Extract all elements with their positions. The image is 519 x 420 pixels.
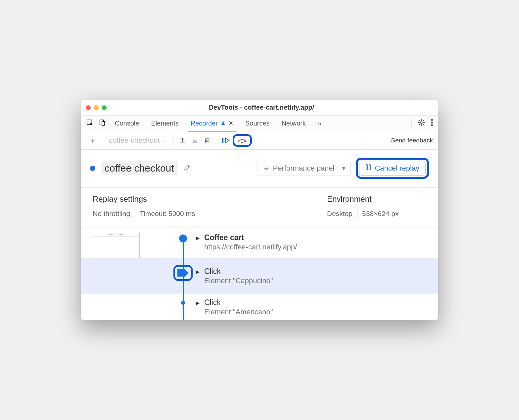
- step-over-highlight: [233, 134, 252, 147]
- window-title: DevTools - coffee-cart.netlify.app/: [107, 104, 433, 111]
- disclosure-triangle-icon[interactable]: ▶: [196, 235, 200, 241]
- export-button[interactable]: [176, 135, 189, 145]
- kebab-menu-icon[interactable]: [431, 119, 433, 128]
- svg-point-7: [431, 125, 433, 126]
- recording-title[interactable]: coffee checkout: [101, 161, 178, 175]
- close-tab-icon[interactable]: ✕: [228, 120, 233, 127]
- gauge-icon: [262, 164, 270, 173]
- minimize-window-button[interactable]: [94, 105, 99, 110]
- step-title: Click: [204, 267, 273, 276]
- tab-network[interactable]: Network: [275, 116, 311, 131]
- tab-console[interactable]: Console: [109, 116, 145, 131]
- chevron-down-icon: ⌵: [164, 138, 166, 143]
- current-step-arrow-icon: [178, 269, 189, 277]
- divider: [411, 119, 412, 128]
- tab-elements[interactable]: Elements: [145, 116, 184, 131]
- current-step-highlight: [173, 265, 193, 281]
- environment-heading: Environment: [327, 194, 426, 204]
- tabbar: Console Elements Recorder ✕ Sources Netw…: [81, 115, 438, 131]
- step-row[interactable]: ▶ Coffee cart https://coffee-cart.netlif…: [81, 228, 438, 258]
- step-title: Click: [204, 298, 273, 307]
- cancel-replay-highlight: Cancel replay: [356, 158, 429, 179]
- recording-status-dot: [90, 166, 95, 171]
- recorder-toolbar: ＋ coffee checkout ⌵ Send feedback: [81, 131, 438, 150]
- devtools-window: DevTools - coffee-cart.netlify.app/ Cons…: [81, 100, 438, 320]
- steps-panel: menucorner Total: $0.00 ▶ Coffee cart ht…: [81, 228, 438, 320]
- svg-point-9: [265, 169, 266, 170]
- step-subtitle: Element "Cappucino": [204, 277, 273, 285]
- step-row-current[interactable]: ▶ Click Element "Cappucino": [81, 258, 438, 294]
- tab-recorder[interactable]: Recorder ✕: [185, 116, 239, 131]
- device-toolbar-icon[interactable]: [99, 119, 106, 128]
- svg-rect-11: [369, 165, 370, 170]
- divider: [216, 135, 216, 145]
- tabbar-right: [411, 119, 433, 128]
- cancel-replay-button[interactable]: Cancel replay: [359, 161, 426, 176]
- step-subtitle: Element "Americano": [204, 308, 273, 316]
- step-marker-dot: [181, 301, 185, 305]
- dimensions-value: 538×624 px: [362, 210, 399, 218]
- step-marker-start: [179, 235, 187, 242]
- inspect-tools: [86, 118, 109, 128]
- svg-rect-0: [87, 120, 92, 125]
- disclosure-triangle-icon[interactable]: ▶: [196, 300, 200, 306]
- tab-overflow[interactable]: »: [312, 116, 327, 131]
- timeout-value[interactable]: Timeout: 5000 ms: [140, 210, 195, 218]
- tab-sources[interactable]: Sources: [239, 116, 275, 131]
- replay-settings-heading: Replay settings: [93, 194, 327, 204]
- edit-icon[interactable]: [183, 164, 191, 173]
- chevron-down-icon: ▾: [338, 164, 346, 173]
- delete-button[interactable]: [201, 135, 213, 145]
- disclosure-triangle-icon[interactable]: ▶: [196, 269, 200, 275]
- environment-settings: Environment Desktop 538×624 px: [327, 194, 426, 218]
- new-recording-button[interactable]: ＋: [86, 135, 99, 146]
- divider: [173, 135, 173, 145]
- tabs: Console Elements Recorder ✕ Sources Netw…: [109, 116, 411, 131]
- device-value: Desktop: [327, 210, 353, 218]
- import-button[interactable]: [189, 135, 201, 145]
- step-subtitle: https://coffee-cart.netlify.app/: [204, 243, 297, 251]
- inspect-element-icon[interactable]: [86, 119, 93, 128]
- maximize-window-button[interactable]: [102, 105, 107, 110]
- titlebar: DevTools - coffee-cart.netlify.app/: [81, 100, 438, 115]
- recording-dropdown[interactable]: coffee checkout ⌵: [105, 136, 170, 145]
- flask-icon: [220, 120, 226, 127]
- svg-point-8: [241, 142, 243, 143]
- svg-point-4: [420, 122, 422, 124]
- step-row[interactable]: ▶ Click Element "Americano": [81, 294, 438, 320]
- svg-rect-10: [366, 165, 367, 170]
- throttling-value[interactable]: No throttling: [93, 210, 130, 218]
- step-title: Coffee cart: [204, 233, 297, 242]
- recording-header: coffee checkout Performance panel ▾ Canc…: [81, 150, 438, 187]
- settings-row: Replay settings No throttling Timeout: 5…: [81, 188, 438, 228]
- pause-icon: [365, 164, 371, 173]
- traffic-lights: [86, 105, 107, 110]
- continue-replay-button[interactable]: [219, 135, 233, 145]
- svg-point-5: [431, 119, 433, 121]
- svg-rect-2: [102, 121, 105, 125]
- divider: [357, 210, 357, 218]
- step-over-button[interactable]: [236, 136, 248, 144]
- divider: [135, 210, 135, 218]
- performance-panel-select[interactable]: Performance panel ▾: [258, 161, 351, 176]
- gear-icon[interactable]: [418, 119, 425, 128]
- replay-settings: Replay settings No throttling Timeout: 5…: [93, 194, 327, 218]
- send-feedback-link[interactable]: Send feedback: [391, 137, 433, 144]
- svg-point-6: [431, 122, 433, 123]
- close-window-button[interactable]: [86, 105, 91, 110]
- divider: [102, 135, 102, 145]
